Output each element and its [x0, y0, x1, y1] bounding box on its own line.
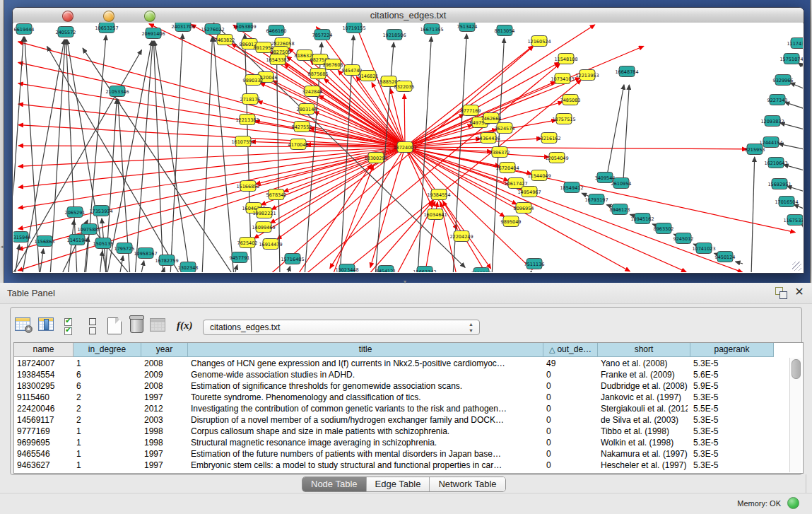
network-node[interactable]: 3242844 — [302, 86, 323, 97]
network-node[interactable]: 9895049 — [501, 216, 522, 227]
network-node[interactable]: 7857224 — [312, 30, 333, 40]
network-node[interactable]: 14099469 — [252, 222, 275, 233]
window-resize-grip[interactable] — [792, 262, 801, 271]
column-visibility-icon[interactable] — [38, 317, 54, 331]
table-selector-dropdown[interactable]: citations_edges.txt ▲▼ — [203, 320, 480, 335]
network-node[interactable]: 9777169 — [461, 105, 481, 116]
network-canvas[interactable]: 6619444240557210653257206914062403170615… — [13, 23, 803, 272]
table-row[interactable]: 946362711997Embryonic stem cells: a mode… — [14, 460, 801, 471]
close-panel-icon[interactable]: ✕ — [793, 286, 806, 298]
network-node[interactable]: 15716485 — [281, 254, 304, 264]
network-node[interactable]: 18549412 — [560, 182, 583, 193]
network-node[interactable]: 8454121 — [376, 266, 396, 273]
network-node[interactable]: 7463822 — [215, 35, 235, 45]
network-node[interactable]: 1795725 — [114, 243, 135, 254]
network-node[interactable]: 7625402 — [237, 238, 258, 248]
network-node[interactable]: 5678342 — [266, 189, 287, 200]
network-node[interactable]: 2718176 — [240, 94, 261, 105]
network-node[interactable]: 15276022 — [201, 24, 224, 35]
network-node[interactable]: 24031706 — [171, 23, 194, 32]
network-node[interactable]: 18757515 — [552, 114, 575, 124]
column-header-pagerank[interactable]: pagerank — [690, 343, 774, 357]
network-node[interactable]: 16053809 — [233, 23, 256, 32]
table-row[interactable]: 1456911722003Disruption of a novel membe… — [14, 414, 801, 426]
network-node[interactable]: 12213953 — [575, 70, 599, 81]
citation-network-graph[interactable]: 6619444240557210653257206914062403170615… — [13, 23, 803, 272]
network-node[interactable]: 12213383 — [235, 115, 259, 125]
new-table-icon[interactable] — [107, 317, 122, 334]
network-node[interactable]: 6466160 — [266, 25, 287, 36]
network-node[interactable]: 9890332 — [243, 75, 264, 86]
column-header-short[interactable]: short — [598, 343, 690, 357]
network-node[interactable]: 16034641 — [423, 209, 447, 220]
table-row[interactable]: 1872400712008Changes of HCN gene express… — [14, 358, 801, 369]
network-node[interactable]: 15751074 — [779, 54, 803, 64]
network-node[interactable]: 2803144 — [297, 104, 317, 115]
network-node[interactable]: 10653257 — [95, 23, 118, 33]
network-node[interactable]: 1156863 — [35, 236, 55, 247]
column-header-year[interactable]: year — [141, 343, 188, 357]
network-node[interactable]: 2610954 — [611, 178, 632, 189]
network-node[interactable]: 7513424 — [457, 23, 478, 32]
splitter-handle[interactable]: ▾ — [401, 279, 408, 285]
table-row[interactable]: 977716911998Corpus callosum shape and si… — [14, 426, 801, 437]
network-node[interactable]: 3315944 — [13, 232, 30, 243]
network-node[interactable]: 16914479 — [259, 239, 282, 250]
network-node[interactable]: 22204249 — [449, 231, 473, 242]
network-node[interactable]: 2405572 — [56, 27, 76, 37]
network-node[interactable]: 8322035 — [394, 81, 415, 92]
table-row[interactable]: 911546021997Tourette syndrome. Phenomeno… — [14, 392, 801, 403]
network-node[interactable]: 11544049 — [527, 170, 551, 181]
column-header-out_de[interactable]: △out_de… — [543, 343, 598, 357]
table-scrollbar[interactable] — [789, 358, 801, 472]
tab-edge-table[interactable]: Edge Table — [367, 477, 430, 491]
network-node[interactable]: 13216162 — [537, 133, 560, 144]
network-node[interactable]: 9457791 — [230, 252, 250, 263]
network-node[interactable]: 8096954 — [514, 203, 534, 214]
network-node[interactable]: 1302348 — [178, 262, 199, 273]
network-node[interactable]: 13023448 — [335, 264, 358, 273]
scrollbar-thumb[interactable] — [792, 359, 801, 379]
network-node[interactable]: 16648784 — [615, 66, 638, 77]
network-node[interactable]: 12093832 — [760, 116, 784, 127]
network-node[interactable]: 1505135 — [93, 238, 114, 249]
network-node[interactable]: 16671355 — [420, 24, 443, 35]
merge-rows-icon[interactable] — [89, 318, 96, 337]
network-node[interactable]: 11174313 — [787, 38, 803, 49]
network-node[interactable]: 10945162 — [630, 214, 654, 224]
table-row[interactable]: 1830029562008Estimation of significance … — [14, 380, 801, 392]
network-node[interactable]: 19384554 — [427, 189, 450, 200]
column-header-name[interactable]: name — [14, 343, 73, 357]
network-node[interactable]: 12054049 — [545, 153, 568, 163]
network-node[interactable]: 7485083 — [560, 95, 581, 105]
network-node[interactable]: 9146821 — [358, 71, 379, 81]
table-row[interactable]: 1938455462009Genome-wide association stu… — [14, 369, 801, 380]
network-node[interactable]: 2967608 — [323, 59, 343, 70]
delete-table-icon[interactable] — [130, 317, 143, 333]
table-row[interactable]: 969969511998Structural magnetic resonanc… — [14, 437, 801, 448]
network-node[interactable]: 10719155 — [342, 23, 365, 33]
control-panel-collapsed-strip[interactable] — [0, 0, 4, 283]
network-node[interactable]: 15692951 — [767, 179, 791, 189]
collapse-arrow-icon[interactable]: ◂ — [0, 243, 4, 250]
network-node[interactable]: 7386372 — [490, 147, 510, 158]
network-node[interactable]: 16782759 — [155, 255, 178, 266]
row-select-icon[interactable] — [64, 318, 72, 337]
network-node[interactable]: 7462664 — [481, 113, 502, 124]
network-node[interactable]: 9450124 — [715, 252, 736, 262]
network-node[interactable]: 8963302 — [654, 223, 674, 234]
network-node[interactable]: 9245012 — [673, 233, 694, 244]
network-node[interactable]: 2065291 — [65, 207, 86, 218]
network-node[interactable]: 9329966 — [773, 75, 794, 86]
network-node[interactable]: 6619444 — [14, 24, 35, 35]
network-node[interactable]: 19218506 — [382, 30, 406, 40]
network-node[interactable]: 12160524 — [527, 36, 551, 47]
network-node[interactable]: 8946123 — [610, 204, 630, 215]
network-node[interactable]: 3624574 — [495, 123, 515, 134]
network-node[interactable]: 16210643 — [764, 158, 787, 168]
table-row[interactable]: 946554611997Estimation of the future num… — [14, 448, 801, 460]
float-panel-icon[interactable] — [775, 287, 787, 298]
column-header-title[interactable]: title — [188, 343, 543, 357]
function-builder-icon[interactable]: f(x) — [177, 320, 193, 332]
network-node[interactable]: 8427552 — [292, 122, 312, 132]
